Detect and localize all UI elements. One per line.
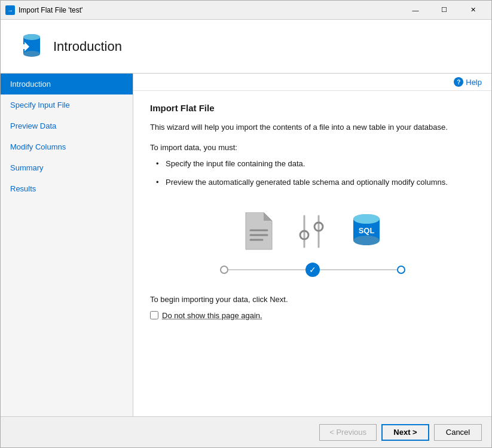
progress-checkmark: ✓ [305,263,320,277]
main-header-bar: ? Help [133,74,491,91]
wizard-icon [13,31,44,62]
wizard-sidebar: Introduction Specify Input File Preview … [1,74,133,416]
svg-text:SQL: SQL [358,226,374,235]
help-link[interactable]: ? Help [454,77,482,87]
svg-point-20 [353,214,380,224]
sidebar-item-summary[interactable]: Summary [1,157,133,178]
main-window: → Import Flat File 'test' — ☐ ✕ Introduc… [0,0,492,448]
title-bar: → Import Flat File 'test' — ☐ ✕ [1,1,491,20]
bullet-item-2: Preview the automatically generated tabl… [156,176,475,188]
wizard-footer: < Previous Next > Cancel [1,416,491,447]
content-area: Import Flat File This wizard will help y… [133,91,491,416]
svg-point-4 [23,51,40,57]
wizard-header: Introduction [1,20,491,74]
svg-rect-6 [15,44,26,49]
svg-point-19 [353,236,380,245]
svg-text:→: → [7,7,13,14]
wizard-title: Introduction [53,39,122,54]
begin-text: To begin importing your data, click Next… [150,295,475,304]
sidebar-item-results[interactable]: Results [1,178,133,199]
progress-dot-right [397,266,405,274]
checkbox-row: Do not show this page again. [150,311,475,320]
sliders-icon [298,214,327,249]
diagram-area: SQL ✓ [150,200,475,283]
svg-point-5 [23,34,40,40]
sidebar-item-introduction[interactable]: Introduction [1,74,133,95]
minimize-button[interactable]: — [402,1,429,19]
content-title: Import Flat File [150,103,475,113]
svg-marker-9 [264,212,272,221]
help-label: Help [466,78,482,87]
bullet-item-1: Specify the input file containing the da… [156,158,475,170]
no-show-checkbox[interactable] [150,311,158,319]
sidebar-item-preview-data[interactable]: Preview Data [1,115,133,136]
previous-button[interactable]: < Previous [319,424,377,441]
intro-text: This wizard will help you import the con… [150,121,475,133]
bullet-list: Specify the input file containing the da… [150,158,475,188]
title-bar-text: Import Flat File 'test' [19,6,402,14]
wizard-main: ? Help Import Flat File This wizard will… [133,74,491,416]
progress-line: ✓ [220,263,405,277]
sidebar-item-specify-input-file[interactable]: Specify Input File [1,95,133,115]
progress-dot-left [220,266,228,274]
title-bar-icon: → [5,5,15,15]
wizard-body: Introduction Specify Input File Preview … [1,74,491,416]
progress-bar-right [320,269,397,270]
next-button[interactable]: Next > [381,424,429,441]
cancel-button[interactable]: Cancel [434,424,482,441]
title-bar-controls: — ☐ ✕ [402,1,487,19]
progress-bar-left [228,269,305,270]
sidebar-item-modify-columns[interactable]: Modify Columns [1,136,133,157]
must-label: To import data, you must: [150,143,475,152]
help-icon: ? [454,77,463,87]
close-button[interactable]: ✕ [459,1,487,19]
diagram-icons: SQL [243,212,382,251]
file-icon [243,212,274,251]
no-show-label[interactable]: Do not show this page again. [162,311,262,320]
maximize-button[interactable]: ☐ [430,1,458,19]
sql-icon: SQL [351,213,382,250]
